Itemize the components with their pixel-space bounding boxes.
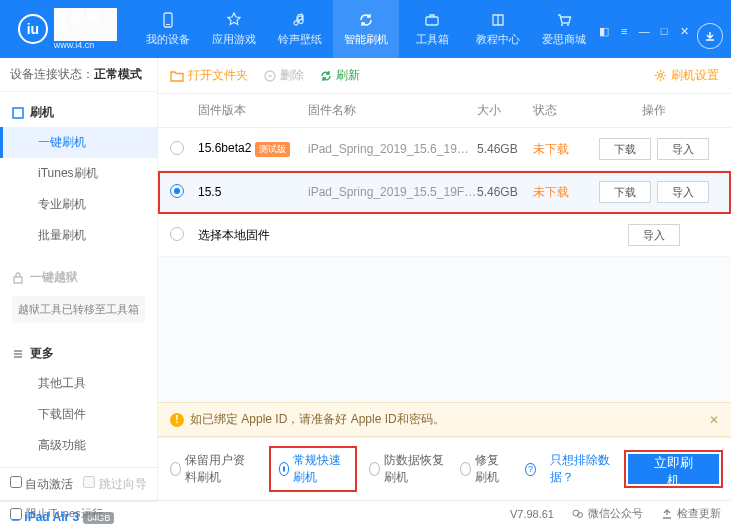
sidebar-group-jailbreak[interactable]: 一键越狱: [0, 263, 157, 292]
maximize-icon[interactable]: □: [657, 25, 671, 39]
sidebar-group-more[interactable]: 更多: [0, 339, 157, 368]
opt-quick-flash[interactable]: 常规快速刷机: [271, 448, 355, 490]
sidebar-item-batch[interactable]: 批量刷机: [0, 220, 157, 251]
download-button[interactable]: 下载: [599, 181, 651, 203]
lock-icon: [12, 272, 24, 284]
sidebar-item-itunes[interactable]: iTunes刷机: [0, 158, 157, 189]
delete-icon: [264, 70, 276, 82]
th-version: 固件版本: [198, 102, 308, 119]
connection-status: 设备连接状态：正常模式: [0, 58, 157, 92]
row-radio[interactable]: [170, 141, 184, 155]
svg-point-3: [561, 24, 563, 26]
main-nav: 我的设备 应用游戏 铃声壁纸 智能刷机 工具箱 教程中心 爱思商城: [135, 0, 597, 58]
svg-rect-1: [166, 24, 170, 25]
list-icon: [12, 348, 24, 360]
close-icon[interactable]: ✕: [677, 25, 691, 39]
book-icon: [489, 11, 507, 29]
row-radio[interactable]: [170, 227, 184, 241]
exclude-data-link[interactable]: 只想排除数据？: [550, 452, 614, 486]
svg-rect-6: [14, 277, 22, 283]
svg-rect-5: [13, 108, 23, 118]
sidebar-group-flash[interactable]: 刷机: [0, 98, 157, 127]
app-url: www.i4.cn: [54, 41, 117, 51]
auto-activate-check[interactable]: 自动激活: [10, 476, 73, 493]
sidebar-item-pro[interactable]: 专业刷机: [0, 189, 157, 220]
gear-icon: [654, 69, 667, 82]
download-manager-icon[interactable]: [697, 23, 723, 49]
sidebar-item-oneclick[interactable]: 一键刷机: [0, 127, 157, 158]
th-name: 固件名称: [308, 102, 477, 119]
sidebar: 设备连接状态：正常模式 刷机 一键刷机 iTunes刷机 专业刷机 批量刷机 一…: [0, 58, 158, 500]
refresh-icon: [320, 70, 332, 82]
svg-point-9: [659, 74, 663, 78]
skin-icon[interactable]: ◧: [597, 25, 611, 39]
music-icon: [291, 11, 309, 29]
wechat-icon: [572, 508, 584, 520]
folder-icon: [170, 69, 184, 83]
opt-keep-data[interactable]: 保留用户资料刷机: [170, 452, 257, 486]
device-icon: [159, 11, 177, 29]
nav-apps[interactable]: 应用游戏: [201, 0, 267, 58]
download-button[interactable]: 下载: [599, 138, 651, 160]
minimize-icon[interactable]: —: [637, 25, 651, 39]
th-ops: 操作: [589, 102, 719, 119]
import-button[interactable]: 导入: [657, 138, 709, 160]
sidebar-item-tools[interactable]: 其他工具: [0, 368, 157, 399]
warning-icon: !: [170, 413, 184, 427]
skip-guide-check[interactable]: 跳过向导: [83, 476, 146, 493]
th-status: 状态: [533, 102, 589, 119]
flash-icon: [357, 11, 375, 29]
svg-point-4: [567, 24, 569, 26]
sidebar-checks: 自动激活 跳过向导: [0, 467, 157, 501]
nav-toolbox[interactable]: 工具箱: [399, 0, 465, 58]
import-button[interactable]: 导入: [628, 224, 680, 246]
toolbox-icon: [423, 11, 441, 29]
nav-ringtones[interactable]: 铃声壁纸: [267, 0, 333, 58]
update-icon: [661, 508, 673, 520]
window-controls: ◧ ≡ — □ ✕: [597, 19, 691, 39]
logo-icon: iu: [18, 14, 48, 44]
row-radio[interactable]: [170, 184, 184, 198]
help-icon[interactable]: ?: [525, 463, 535, 476]
version-label: V7.98.61: [510, 506, 554, 521]
app-title: 爱思助手: [54, 8, 117, 41]
menu-icon[interactable]: ≡: [617, 25, 631, 39]
appleid-warning: ! 如已绑定 Apple ID，请准备好 Apple ID和密码。 ✕: [158, 402, 731, 437]
th-size: 大小: [477, 102, 533, 119]
import-button[interactable]: 导入: [657, 181, 709, 203]
refresh-button[interactable]: 刷新: [320, 67, 360, 84]
sidebar-item-advanced[interactable]: 高级功能: [0, 430, 157, 461]
firmware-row-selected[interactable]: 15.5 iPad_Spring_2019_15.5_19F77_Restore…: [158, 171, 731, 214]
nav-tutorials[interactable]: 教程中心: [465, 0, 531, 58]
nav-store[interactable]: 爱思商城: [531, 0, 597, 58]
flash-options: 保留用户资料刷机 常规快速刷机 防数据恢复刷机 修复刷机 ? 只想排除数据？ 立…: [158, 437, 731, 500]
titlebar: iu 爱思助手 www.i4.cn 我的设备 应用游戏 铃声壁纸 智能刷机 工具…: [0, 0, 731, 58]
warning-close-icon[interactable]: ✕: [709, 413, 719, 427]
firmware-row[interactable]: 15.6beta2测试版 iPad_Spring_2019_15.6_19G50…: [158, 128, 731, 171]
toolbar: 打开文件夹 删除 刷新 刷机设置: [158, 58, 731, 94]
cart-icon: [555, 11, 573, 29]
nav-flash[interactable]: 智能刷机: [333, 0, 399, 58]
wechat-link[interactable]: 微信公众号: [572, 506, 643, 521]
delete-button[interactable]: 删除: [264, 67, 304, 84]
jailbreak-note: 越狱工具已转移至工具箱: [12, 296, 145, 323]
flash-now-button[interactable]: 立即刷机: [628, 454, 719, 484]
block-itunes-check[interactable]: 阻止iTunes运行: [10, 506, 103, 521]
opt-repair[interactable]: 修复刷机: [460, 452, 510, 486]
sidebar-item-download[interactable]: 下载固件: [0, 399, 157, 430]
main-panel: 打开文件夹 删除 刷新 刷机设置 固件版本 固件名称 大小 状态 操作 15.6…: [158, 58, 731, 500]
svg-rect-2: [426, 17, 438, 25]
check-update-link[interactable]: 检查更新: [661, 506, 721, 521]
table-header: 固件版本 固件名称 大小 状态 操作: [158, 94, 731, 128]
local-firmware-row[interactable]: 选择本地固件 导入: [158, 214, 731, 257]
app-icon: [225, 11, 243, 29]
open-folder-button[interactable]: 打开文件夹: [170, 67, 248, 84]
square-icon: [12, 107, 24, 119]
opt-antirecover[interactable]: 防数据恢复刷机: [369, 452, 446, 486]
flash-settings-button[interactable]: 刷机设置: [654, 67, 719, 84]
nav-my-device[interactable]: 我的设备: [135, 0, 201, 58]
app-logo: iu 爱思助手 www.i4.cn: [8, 8, 127, 51]
